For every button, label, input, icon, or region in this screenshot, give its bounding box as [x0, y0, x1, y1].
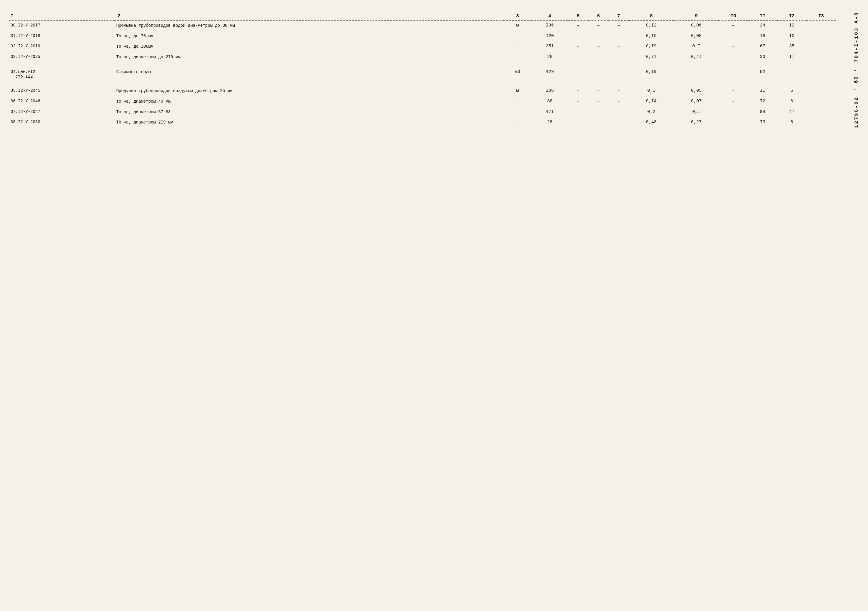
col-header-1: I	[9, 12, 115, 20]
row-col5: 47I	[532, 107, 568, 118]
table-row: 36.I2-У-2046 То же, диаметром 40 мм " 88…	[9, 96, 835, 107]
row-col7: –	[588, 42, 609, 52]
row-col11: –	[719, 31, 748, 42]
row-col4: м3	[504, 67, 532, 81]
row-desc: Промывка трубопроводов водой диа-метром …	[115, 20, 504, 31]
row-col11: –	[719, 67, 748, 81]
row-col11: –	[719, 42, 748, 52]
row-col13: II	[777, 52, 806, 63]
row-col11: –	[719, 117, 748, 128]
row-col4: "	[504, 96, 532, 107]
row-col7: –	[588, 117, 609, 128]
row-desc: То же, диаметром 40 мм	[115, 96, 504, 107]
row-col7: –	[588, 96, 609, 107]
row-col12: 24	[748, 20, 777, 31]
row-col12: 67	[748, 42, 777, 52]
row-col8: –	[609, 42, 629, 52]
row-col9: 0,2	[629, 107, 674, 118]
table-row: 37.I2-У-2047 То же, диаметром 57–83 " 47…	[9, 107, 835, 118]
side-label-top: 704-I-103 А-П	[854, 12, 859, 62]
row-col7: –	[588, 86, 609, 96]
row-col4: "	[504, 117, 532, 128]
row-col4: м	[504, 20, 532, 31]
col-header-9: 9	[674, 12, 719, 20]
row-col9: 0,I	[629, 86, 674, 96]
col-header-4: 4	[532, 12, 568, 20]
row-col9: 0,I2	[629, 20, 674, 31]
row-col8: –	[609, 96, 629, 107]
table-row: 35.I2-У-2045 Продувка трубопроводов возд…	[9, 86, 835, 96]
col-header-8: 8	[629, 12, 674, 20]
row-col12: 20	[748, 52, 777, 63]
row-col8: –	[609, 117, 629, 128]
row-col4: "	[504, 31, 532, 42]
side-label-bottom: 12796-02	[854, 97, 859, 128]
spacer-row	[9, 81, 835, 86]
col-header-2: 2	[115, 12, 504, 20]
row-col5: 28	[532, 52, 568, 63]
row-col10: 0,4I	[674, 52, 719, 63]
table-row: 38.I2-У-2050 То же, диаметром 2I9 мм " 2…	[9, 117, 835, 128]
row-code: 38.I2-У-2050	[9, 117, 115, 128]
row-desc: То же, диаметром 2I9 мм	[115, 117, 504, 128]
table-row: 3I.I2-У-20I8 То же, до 76 мм " I20 – – –…	[9, 31, 835, 42]
col-header-5: 5	[568, 12, 588, 20]
row-col6: –	[568, 31, 588, 42]
row-desc: То же, до 76 мм	[115, 31, 504, 42]
row-col10: 0,I	[674, 42, 719, 52]
row-col13: 5	[777, 86, 806, 96]
row-col10: 0,I	[674, 107, 719, 118]
row-col7: –	[588, 67, 609, 81]
row-col4: "	[504, 107, 532, 118]
table-row: 32.I2-У-20I9 То же, до I08мм " 35I – – –…	[9, 42, 835, 52]
row-col4: м	[504, 86, 532, 96]
row-col5: 88	[532, 96, 568, 107]
row-col10: 0,05	[674, 86, 719, 96]
row-col9: 0,I9	[629, 42, 674, 52]
spacer-row	[9, 62, 835, 67]
row-col8: –	[609, 67, 629, 81]
row-col5: 28	[532, 117, 568, 128]
row-col13: 35	[777, 42, 806, 52]
row-col13: I2	[777, 20, 806, 31]
row-col5: I96	[532, 20, 568, 31]
row-col11: –	[719, 20, 748, 31]
col-header-10: IO	[719, 12, 748, 20]
row-desc: То же, диаметром до 2I9 мм	[115, 52, 504, 63]
row-col5: I20	[532, 31, 568, 42]
row-col13: –	[777, 67, 806, 81]
row-col10: 0,08	[674, 31, 719, 42]
col-header-13: I3	[806, 12, 835, 20]
row-col8: –	[609, 86, 629, 96]
row-col9: 0,I5	[629, 31, 674, 42]
row-col6: –	[568, 20, 588, 31]
col-header-3: 3	[504, 12, 532, 20]
row-col5: 35I	[532, 42, 568, 52]
row-code: 3I.I2-У-20I8	[9, 31, 115, 42]
main-table: I 2 3 4 5 6 7 8 9 IO II I2 I3 30.I2-У-20…	[9, 12, 835, 128]
table-row: 33.I2-У-2035 То же, диаметром до 2I9 мм …	[9, 52, 835, 63]
row-col6: –	[568, 117, 588, 128]
row-col12: II	[748, 86, 777, 96]
right-labels: 704-I-103 А-П ' 60 ' 12796-02	[853, 12, 859, 128]
col-header-11: II	[748, 12, 777, 20]
row-col13: 47	[777, 107, 806, 118]
row-desc: Продувка трубопроводов воздухом диаметро…	[115, 86, 504, 96]
row-col6: –	[568, 67, 588, 81]
row-col12: I2	[748, 96, 777, 107]
row-code: 36.I2-У-2046	[9, 96, 115, 107]
row-col10: 0,06	[674, 20, 719, 31]
row-col4: "	[504, 42, 532, 52]
row-col11: –	[719, 107, 748, 118]
row-col5: I08	[532, 86, 568, 96]
table-row: 34.цен.№I2 стр.I22 Стоимость воды м3 429…	[9, 67, 835, 81]
row-code: 32.I2-У-20I9	[9, 42, 115, 52]
row-col12: 94	[748, 107, 777, 118]
row-col8: –	[609, 107, 629, 118]
row-col13: 8	[777, 117, 806, 128]
row-col9: 0,I9	[629, 67, 674, 81]
row-col6: –	[568, 107, 588, 118]
row-col9: 0,48	[629, 117, 674, 128]
row-col7: –	[588, 52, 609, 63]
row-col5: 429	[532, 67, 568, 81]
